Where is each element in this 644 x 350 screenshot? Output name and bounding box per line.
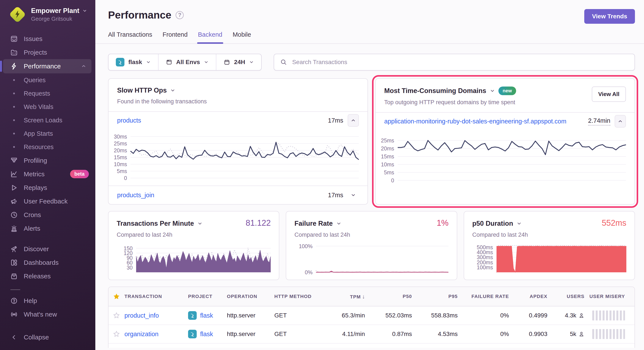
- failure-rate-value: 1%: [437, 218, 448, 228]
- sidebar-item-web-vitals[interactable]: Web Vitals: [0, 100, 95, 114]
- tab-frontend[interactable]: Frontend: [162, 31, 188, 43]
- slow-http-ops-title-row[interactable]: Slow HTTP Ops: [117, 87, 359, 94]
- p50-value: 552ms: [602, 218, 626, 228]
- collapse-row-button[interactable]: [348, 114, 359, 127]
- column-header-apdex[interactable]: APDEX: [530, 294, 548, 299]
- column-header-project[interactable]: PROJECT: [188, 294, 227, 299]
- help-tooltip-icon[interactable]: ?: [176, 11, 184, 19]
- transaction-link-products[interactable]: products: [117, 117, 141, 124]
- column-header-p50[interactable]: P50: [403, 294, 412, 299]
- favorite-column-header[interactable]: [108, 293, 124, 300]
- column-header-transaction[interactable]: TRANSACTION: [124, 294, 188, 299]
- transaction-link[interactable]: product_info: [124, 312, 159, 319]
- favorite-toggle[interactable]: [108, 312, 124, 319]
- project-filter[interactable]: flask: [108, 54, 158, 70]
- sidebar-item-app-starts[interactable]: App Starts: [0, 127, 95, 140]
- chevron-down-icon: [249, 60, 254, 65]
- sidebar-item-performance[interactable]: Performance: [3, 59, 92, 73]
- window-icon: [166, 59, 172, 65]
- sidebar-item-replays[interactable]: Replays: [0, 181, 95, 194]
- view-all-button[interactable]: View All: [592, 87, 626, 102]
- user-misery-cell: [584, 329, 634, 339]
- search-bar[interactable]: [274, 54, 635, 71]
- collapse-row-button[interactable]: [615, 115, 626, 128]
- domain-time-spent[interactable]: 2.74min: [588, 117, 610, 126]
- date-range-filter[interactable]: 24H: [216, 54, 261, 70]
- favorite-toggle[interactable]: [108, 330, 124, 338]
- project-link[interactable]: flask: [200, 312, 213, 319]
- user-misery-cell: [584, 310, 634, 320]
- project-filter-value: flask: [128, 59, 142, 66]
- search-input[interactable]: [292, 59, 628, 66]
- filter-bar: flask All Envs 24H: [108, 54, 635, 71]
- p50-title-row[interactable]: p50 Duration: [472, 220, 522, 227]
- column-header-http-method[interactable]: HTTP METHOD: [274, 294, 328, 299]
- chevron-down-icon: [197, 221, 202, 226]
- tab-mobile[interactable]: Mobile: [233, 31, 251, 43]
- sidebar-item-whats-new[interactable]: What's new: [0, 307, 95, 321]
- sidebar-item-user-feedback[interactable]: User Feedback: [0, 194, 95, 208]
- y-axis-labels: 30ms25ms20ms15ms10ms5ms0: [108, 134, 130, 178]
- sidebar-item-requests[interactable]: Requests: [0, 87, 95, 100]
- sidebar-item-profiling[interactable]: Profiling: [0, 154, 95, 167]
- sidebar-item-label: Screen Loads: [24, 117, 62, 124]
- profiling-icon: [10, 157, 18, 164]
- date-range-filter-value: 24H: [234, 59, 245, 66]
- tab-bar: All Transactions Frontend Backend Mobile: [95, 24, 644, 44]
- sidebar-item-alerts[interactable]: Alerts: [0, 222, 95, 235]
- domains-title-row[interactable]: Most Time-Consuming Domains new: [384, 87, 516, 95]
- sidebar-item-metrics[interactable]: Metrics beta: [0, 167, 95, 181]
- expand-row-button[interactable]: [348, 189, 359, 201]
- sidebar-item-releases[interactable]: Releases: [0, 269, 95, 283]
- column-header-users[interactable]: USERS: [567, 294, 584, 299]
- tpm-chart: 150120906030: [117, 244, 271, 272]
- domains-panel: Most Time-Consuming Domains new Top outg…: [375, 78, 635, 205]
- p50-cell: 552.03ms: [386, 312, 412, 319]
- page-header: Performance ? View Trends: [95, 0, 644, 24]
- org-switcher[interactable]: Empower Plant George Gritsouk: [0, 7, 95, 23]
- operation-cell: http.server: [227, 330, 274, 337]
- column-header-failure-rate[interactable]: FAILURE RATE: [472, 294, 509, 299]
- domain-link[interactable]: application-monitoring-ruby-dot-sales-en…: [384, 118, 566, 125]
- failure-rate-subtitle: Compared to last 24h: [294, 231, 448, 238]
- column-header-p95[interactable]: P95: [448, 294, 458, 299]
- domains-header: Most Time-Consuming Domains new Top outg…: [376, 79, 635, 112]
- sidebar-item-help[interactable]: Help: [0, 294, 95, 307]
- sidebar-item-crons[interactable]: Crons: [0, 208, 95, 222]
- sidebar-item-issues[interactable]: Issues: [0, 32, 95, 46]
- tpm-title-row[interactable]: Transactions Per Minute: [117, 220, 202, 227]
- sidebar-item-dashboards[interactable]: Dashboards: [0, 256, 95, 269]
- sidebar-item-projects[interactable]: Projects: [0, 46, 95, 59]
- view-trends-button[interactable]: View Trends: [584, 9, 635, 24]
- project-cell[interactable]: flask: [188, 330, 227, 338]
- transaction-link-products-join[interactable]: products_join: [117, 192, 154, 199]
- sidebar-item-discover[interactable]: Discover: [0, 242, 95, 256]
- clock-icon: [10, 211, 18, 219]
- sidebar-item-label: Requests: [24, 90, 50, 97]
- chevron-down-icon: [82, 9, 87, 13]
- column-header-tpm[interactable]: TPM↓: [350, 293, 365, 300]
- failure-rate-title-row[interactable]: Failure Rate: [294, 220, 341, 227]
- sidebar-item-label: Projects: [24, 49, 47, 56]
- transaction-link[interactable]: organization: [124, 330, 158, 337]
- project-link[interactable]: flask: [200, 330, 213, 338]
- org-logo: [10, 7, 26, 23]
- releases-icon: [10, 272, 18, 280]
- project-cell[interactable]: flask: [188, 311, 227, 320]
- chevron-up-icon[interactable]: [81, 64, 86, 69]
- slow-http-ops-chart: 30ms25ms20ms15ms10ms5ms0: [108, 134, 359, 178]
- sort-desc-icon: ↓: [362, 293, 365, 300]
- sidebar-collapse-nav: Collapse: [0, 330, 95, 344]
- environment-filter[interactable]: All Envs: [158, 54, 216, 70]
- tab-all-transactions[interactable]: All Transactions: [108, 31, 152, 43]
- column-header-operation[interactable]: OPERATION: [227, 294, 274, 299]
- column-header-user-misery[interactable]: USER MISERY: [590, 294, 634, 299]
- sidebar-item-queries[interactable]: Queries: [0, 73, 95, 87]
- sidebar-item-screen-loads[interactable]: Screen Loads: [0, 114, 95, 127]
- sidebar-item-resources[interactable]: Resources: [0, 140, 95, 154]
- p50-cell: 0.87ms: [392, 330, 412, 337]
- tab-backend[interactable]: Backend: [198, 31, 222, 43]
- collapse-button[interactable]: Collapse: [0, 330, 95, 344]
- chevron-down-icon: [336, 221, 342, 226]
- table-header-row: TRANSACTION PROJECT OPERATION HTTP METHO…: [108, 287, 634, 306]
